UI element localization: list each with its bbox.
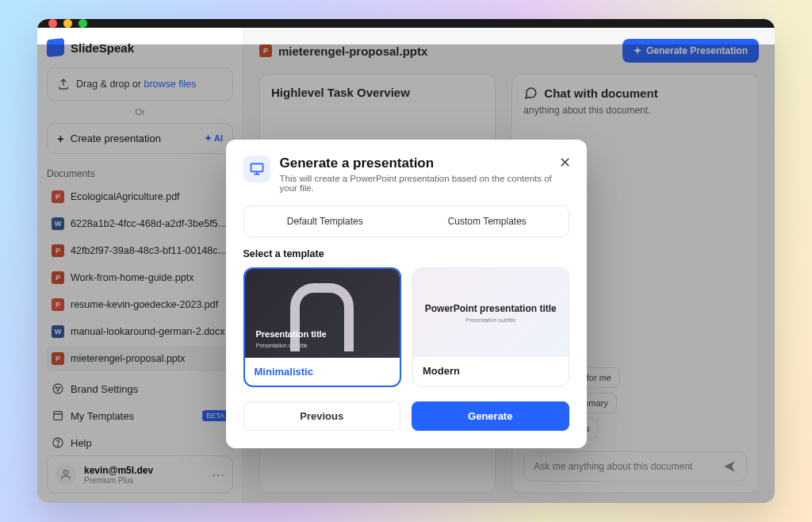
template-minimalistic[interactable]: Presentation title Presentation sub titl…: [243, 267, 402, 387]
modal-subtitle: This will create a PowerPoint presentati…: [280, 174, 569, 193]
select-template-label: Select a template: [243, 248, 569, 259]
template-grid: Presentation title Presentation sub titl…: [243, 267, 569, 387]
close-dot[interactable]: [48, 19, 57, 28]
thumb-title: Presentation title: [256, 329, 327, 339]
close-icon[interactable]: ✕: [559, 154, 571, 171]
template-tabs: Default Templates Custom Templates: [243, 205, 569, 237]
template-modern[interactable]: PowerPoint presentation title Presentati…: [412, 267, 569, 387]
template-name: Modern: [413, 357, 569, 385]
template-thumbnail: Presentation title Presentation sub titl…: [245, 269, 400, 358]
template-name: Minimalistic: [245, 358, 400, 386]
thumb-subtitle: Presentation sub title: [256, 343, 308, 348]
modal-overlay[interactable]: Generate a presentation This will create…: [37, 44, 775, 503]
app-window: SlideSpeak Drag & drop or browse files O…: [37, 19, 775, 503]
generate-button[interactable]: Generate: [412, 401, 569, 431]
svg-rect-8: [251, 163, 262, 171]
tab-custom-templates[interactable]: Custom Templates: [409, 209, 565, 233]
maximize-dot[interactable]: [79, 19, 87, 28]
modal-title: Generate a presentation: [280, 155, 569, 171]
previous-button[interactable]: Previous: [243, 401, 401, 431]
window-titlebar: [37, 19, 775, 28]
generate-modal: Generate a presentation This will create…: [226, 140, 587, 448]
tab-default-templates[interactable]: Default Templates: [247, 209, 404, 233]
presentation-icon: [243, 155, 270, 182]
thumb-title: PowerPoint presentation title: [425, 303, 557, 315]
minimize-dot[interactable]: [63, 19, 72, 28]
template-thumbnail: PowerPoint presentation title Presentati…: [413, 268, 569, 357]
thumb-subtitle: Presentation subtitle: [425, 317, 557, 323]
